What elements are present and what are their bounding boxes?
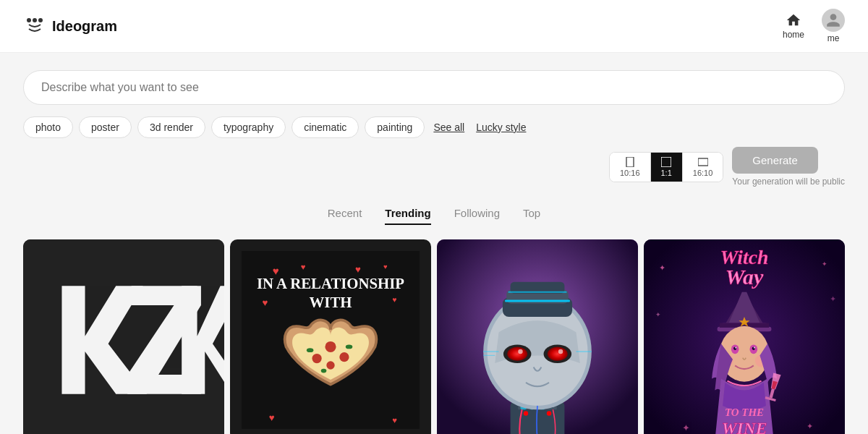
see-all-link[interactable]: See all bbox=[430, 117, 467, 137]
aspect-btn-1-1[interactable]: 1:1 bbox=[651, 153, 683, 182]
tab-trending[interactable]: Trending bbox=[385, 207, 430, 225]
svg-text:♥: ♥ bbox=[392, 416, 397, 425]
svg-text:✦: ✦ bbox=[682, 422, 690, 433]
public-note: Your generation will be public bbox=[732, 176, 845, 187]
svg-point-24 bbox=[346, 345, 352, 349]
pizza-svg: ♥ ♥ ♥ ♥ IN A RELATIONSHIP WITH ♥ ♥ bbox=[242, 251, 420, 429]
svg-text:TO THE: TO THE bbox=[725, 407, 764, 418]
search-input[interactable] bbox=[23, 70, 845, 105]
svg-text:Way: Way bbox=[726, 265, 764, 289]
tag-poster[interactable]: poster bbox=[79, 116, 132, 138]
svg-point-25 bbox=[321, 369, 327, 373]
svg-point-21 bbox=[339, 352, 349, 362]
svg-point-1 bbox=[33, 18, 37, 22]
cyber-svg bbox=[437, 239, 638, 434]
aspect-10-16-label: 10:16 bbox=[620, 169, 640, 177]
svg-text:✦: ✦ bbox=[807, 422, 813, 430]
portrait-icon bbox=[625, 157, 635, 167]
tab-recent[interactable]: Recent bbox=[328, 207, 362, 225]
tag-3d-render[interactable]: 3d render bbox=[137, 116, 205, 138]
svg-text:✦: ✦ bbox=[822, 260, 827, 268]
user-icon bbox=[825, 12, 841, 28]
logo-text: Ideogram bbox=[52, 18, 117, 35]
svg-point-44 bbox=[548, 347, 568, 361]
landscape-icon bbox=[698, 157, 708, 167]
svg-text:♥: ♥ bbox=[262, 297, 268, 308]
nav-home-label: home bbox=[783, 30, 804, 40]
svg-text:♥: ♥ bbox=[392, 296, 396, 304]
square-icon bbox=[661, 157, 671, 167]
generate-area: Generate Your generation will be public bbox=[732, 147, 845, 187]
tabs-row: Recent Trending Following Top bbox=[23, 207, 845, 225]
svg-text:♥: ♥ bbox=[269, 412, 275, 423]
aspect-1-1-label: 1:1 bbox=[661, 169, 672, 177]
svg-point-46 bbox=[558, 349, 563, 354]
svg-text:♥: ♥ bbox=[301, 263, 306, 271]
tag-photo[interactable]: photo bbox=[23, 116, 73, 138]
lucky-style-link[interactable]: Lucky style bbox=[473, 117, 529, 137]
tab-following[interactable]: Following bbox=[454, 207, 500, 225]
svg-text:WITH: WITH bbox=[310, 294, 352, 311]
tags-row: photo poster 3d render typography cinema… bbox=[23, 116, 845, 138]
tag-typography[interactable]: typography bbox=[211, 116, 286, 138]
svg-rect-40 bbox=[508, 292, 566, 293]
tab-top[interactable]: Top bbox=[523, 207, 540, 225]
svg-point-70 bbox=[735, 347, 736, 349]
home-icon bbox=[786, 12, 801, 28]
svg-text:✦: ✦ bbox=[830, 294, 836, 303]
tag-painting[interactable]: painting bbox=[365, 116, 425, 138]
aspect-btn-10-16[interactable]: 10:16 bbox=[610, 153, 651, 182]
nav-me-label: me bbox=[827, 33, 840, 43]
image-card-kzk[interactable] bbox=[23, 239, 224, 434]
svg-point-23 bbox=[307, 348, 313, 352]
image-grid: ♥ ♥ ♥ ♥ IN A RELATIONSHIP WITH ♥ ♥ bbox=[23, 239, 845, 434]
svg-point-51 bbox=[547, 411, 551, 415]
svg-rect-5 bbox=[698, 158, 708, 166]
svg-point-45 bbox=[518, 349, 522, 354]
svg-point-71 bbox=[754, 347, 755, 349]
svg-text:♥: ♥ bbox=[383, 263, 388, 271]
svg-text:WINE: WINE bbox=[722, 419, 767, 434]
image-card-witch[interactable]: ✦ ✦ ✦ ✦ Witch Way bbox=[644, 239, 845, 434]
svg-text:✦: ✦ bbox=[659, 263, 665, 272]
nav-home[interactable]: home bbox=[783, 12, 804, 40]
nav-right: home me bbox=[783, 9, 845, 43]
logo[interactable]: Ideogram bbox=[23, 14, 117, 38]
aspect-btn-16-10[interactable]: 16:10 bbox=[683, 153, 723, 182]
image-card-cyber[interactable] bbox=[437, 239, 638, 434]
aspect-16-10-label: 16:10 bbox=[693, 169, 713, 177]
svg-rect-4 bbox=[661, 157, 671, 167]
witch-svg: ✦ ✦ ✦ ✦ Witch Way bbox=[644, 239, 845, 434]
svg-point-0 bbox=[27, 18, 31, 22]
svg-text:♥: ♥ bbox=[355, 264, 361, 275]
generate-button[interactable]: Generate bbox=[732, 147, 818, 174]
kzk-svg bbox=[23, 239, 224, 434]
svg-text:✦: ✦ bbox=[655, 311, 661, 318]
svg-point-19 bbox=[325, 341, 336, 352]
image-card-pizza[interactable]: ♥ ♥ ♥ ♥ IN A RELATIONSHIP WITH ♥ ♥ bbox=[230, 239, 431, 434]
svg-point-2 bbox=[38, 18, 43, 22]
header: Ideogram home me bbox=[0, 0, 868, 53]
svg-point-22 bbox=[326, 361, 334, 369]
svg-point-50 bbox=[524, 411, 528, 415]
avatar bbox=[822, 9, 845, 32]
main-content: photo poster 3d render typography cinema… bbox=[0, 53, 868, 434]
tag-cinematic[interactable]: cinematic bbox=[292, 116, 359, 138]
svg-rect-3 bbox=[626, 157, 634, 167]
svg-point-43 bbox=[507, 347, 527, 361]
aspect-ratio-group: 10:16 1:1 16:10 bbox=[609, 152, 723, 182]
ideogram-logo-icon bbox=[23, 14, 46, 38]
nav-me[interactable]: me bbox=[822, 9, 845, 43]
svg-point-20 bbox=[312, 354, 321, 363]
svg-text:IN A RELATIONSHIP: IN A RELATIONSHIP bbox=[257, 275, 404, 292]
svg-rect-39 bbox=[505, 299, 570, 302]
controls-row: 10:16 1:1 16:10 Generate Your generation… bbox=[23, 147, 845, 187]
